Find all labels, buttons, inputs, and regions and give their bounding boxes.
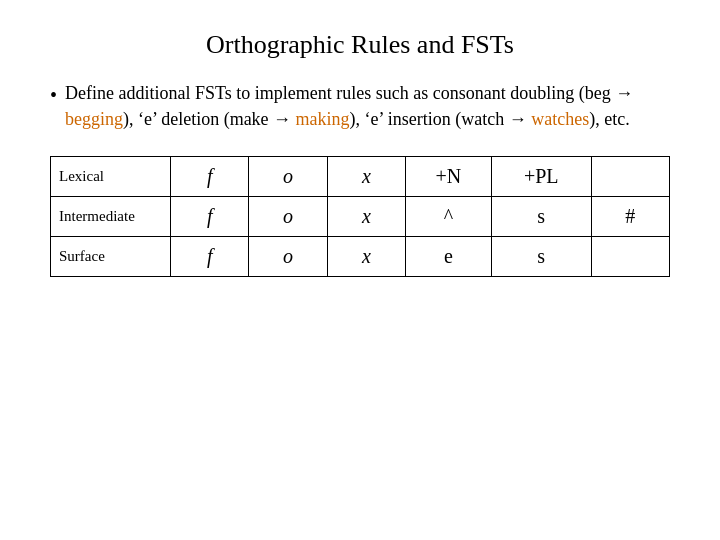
table-row: Surface f o x e s: [51, 237, 670, 277]
table-row: Lexical f o x +N +PL: [51, 157, 670, 197]
page-title: Orthographic Rules and FSTs: [50, 30, 670, 60]
page: Orthographic Rules and FSTs • Define add…: [0, 0, 720, 540]
arrow1: →: [615, 83, 633, 103]
bullet-text: Define additional FSTs to implement rule…: [65, 80, 670, 132]
arrow3: →: [509, 109, 527, 129]
bullet-icon: •: [50, 81, 57, 110]
fst-table-wrapper: Lexical f o x +N +PL Intermediate f o x …: [50, 156, 670, 277]
cell-inter-s: s: [491, 197, 591, 237]
row-label-lexical: Lexical: [51, 157, 171, 197]
cell-inter-hash: #: [591, 197, 669, 237]
row-label-surface: Surface: [51, 237, 171, 277]
cell-surface-f: f: [171, 237, 249, 277]
arrow2: →: [273, 109, 291, 129]
cell-lexical-x: x: [327, 157, 405, 197]
cell-surface-x: x: [327, 237, 405, 277]
cell-lexical-empty: [591, 157, 669, 197]
cell-lexical-plus-pl: +PL: [491, 157, 591, 197]
bullet-point: • Define additional FSTs to implement ru…: [50, 80, 670, 132]
cell-surface-empty: [591, 237, 669, 277]
word-making: making: [296, 109, 350, 129]
cell-lexical-o: o: [249, 157, 327, 197]
table-row: Intermediate f o x ^ s #: [51, 197, 670, 237]
cell-surface-o: o: [249, 237, 327, 277]
cell-inter-x: x: [327, 197, 405, 237]
cell-inter-caret: ^: [406, 197, 492, 237]
cell-lexical-plus-n: +N: [406, 157, 492, 197]
cell-lexical-f: f: [171, 157, 249, 197]
word-watches: watches: [531, 109, 589, 129]
row-label-intermediate: Intermediate: [51, 197, 171, 237]
word-begging: begging: [65, 109, 123, 129]
cell-inter-o: o: [249, 197, 327, 237]
fst-table: Lexical f o x +N +PL Intermediate f o x …: [50, 156, 670, 277]
cell-inter-f: f: [171, 197, 249, 237]
cell-surface-s: s: [491, 237, 591, 277]
cell-surface-e: e: [406, 237, 492, 277]
